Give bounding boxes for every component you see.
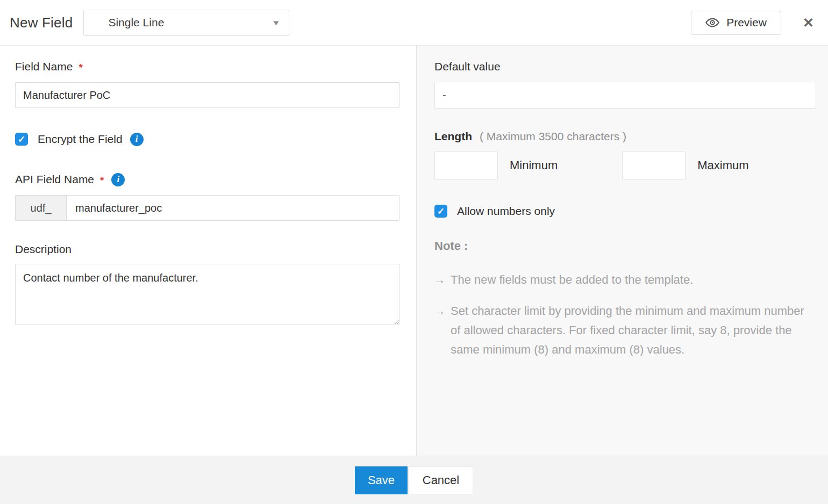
length-label: Length bbox=[434, 130, 472, 143]
encrypt-field-row: ✓ Encrypt the Field i bbox=[15, 132, 400, 147]
note-bullet: → The new fields must be added to the te… bbox=[434, 270, 816, 290]
field-type-dropdown[interactable]: Single Line ▼ bbox=[83, 10, 289, 36]
default-value-label: Default value bbox=[434, 60, 501, 73]
check-icon: ✓ bbox=[18, 135, 25, 144]
encrypt-checkbox[interactable]: ✓ bbox=[15, 133, 28, 146]
api-field-name-input[interactable] bbox=[67, 196, 399, 220]
encrypt-checkbox-label: Encrypt the Field bbox=[38, 133, 123, 146]
note-heading: Note : bbox=[434, 239, 816, 253]
left-panel: Field Name * ✓ Encrypt the Field i API F… bbox=[0, 46, 417, 456]
description-label: Description bbox=[15, 243, 72, 256]
dialog-header: New Field Single Line ▼ Preview ✕ bbox=[0, 0, 828, 46]
field-name-label-row: Field Name * bbox=[15, 60, 400, 74]
maximum-label: Maximum bbox=[697, 159, 748, 172]
field-name-input[interactable] bbox=[15, 82, 399, 108]
preview-button[interactable]: Preview bbox=[691, 11, 781, 35]
page-title: New Field bbox=[10, 15, 73, 31]
chevron-down-icon: ▼ bbox=[271, 19, 280, 27]
api-field-name-label-row: API Field Name * i bbox=[15, 172, 400, 186]
description-label-row: Description bbox=[15, 242, 400, 256]
note-bullet: → Set character limit by providing the m… bbox=[434, 301, 816, 359]
length-label-row: Length ( Maximum 3500 characters ) bbox=[434, 130, 816, 143]
save-button[interactable]: Save bbox=[355, 466, 408, 494]
api-field-name-info-icon[interactable]: i bbox=[111, 173, 125, 186]
default-value-label-row: Default value bbox=[434, 60, 816, 74]
close-icon[interactable]: ✕ bbox=[801, 14, 816, 32]
allow-numbers-label: Allow numbers only bbox=[457, 205, 555, 218]
minimum-input[interactable] bbox=[434, 151, 498, 180]
required-asterisk: * bbox=[100, 175, 104, 186]
minimum-label: Minimum bbox=[510, 159, 558, 172]
note-bullet-text: Set character limit by providing the min… bbox=[451, 301, 805, 359]
arrow-right-icon: → bbox=[434, 301, 451, 359]
required-asterisk: * bbox=[78, 62, 82, 74]
field-type-selected-value: Single Line bbox=[108, 16, 164, 29]
note-bullet-text: The new fields must be added to the temp… bbox=[451, 270, 693, 290]
encrypt-info-icon[interactable]: i bbox=[130, 133, 144, 146]
length-hint: ( Maximum 3500 characters ) bbox=[480, 130, 626, 143]
field-name-label: Field Name bbox=[15, 60, 73, 73]
eye-icon bbox=[705, 16, 719, 30]
allow-numbers-row: ✓ Allow numbers only bbox=[434, 204, 816, 219]
dialog-body: Field Name * ✓ Encrypt the Field i API F… bbox=[0, 46, 828, 456]
allow-numbers-checkbox[interactable]: ✓ bbox=[434, 205, 447, 218]
right-panel: Default value Length ( Maximum 3500 char… bbox=[417, 46, 828, 456]
api-field-name-group: udf_ bbox=[15, 195, 399, 221]
preview-button-label: Preview bbox=[726, 16, 767, 29]
api-field-prefix: udf_ bbox=[16, 196, 67, 220]
maximum-input[interactable] bbox=[622, 151, 686, 180]
cancel-button[interactable]: Cancel bbox=[409, 466, 473, 494]
api-field-name-label: API Field Name bbox=[15, 173, 94, 186]
default-value-input[interactable] bbox=[434, 82, 816, 109]
header-actions: Preview ✕ bbox=[691, 11, 816, 35]
arrow-right-icon: → bbox=[434, 270, 451, 290]
length-minmax-row: Minimum Maximum bbox=[434, 151, 816, 180]
check-icon: ✓ bbox=[437, 207, 445, 216]
description-textarea[interactable]: Contact number of the manufacturer. bbox=[15, 264, 399, 325]
dialog-footer: Save Cancel bbox=[0, 456, 828, 504]
new-field-dialog: New Field Single Line ▼ Preview ✕ Field … bbox=[0, 0, 828, 504]
